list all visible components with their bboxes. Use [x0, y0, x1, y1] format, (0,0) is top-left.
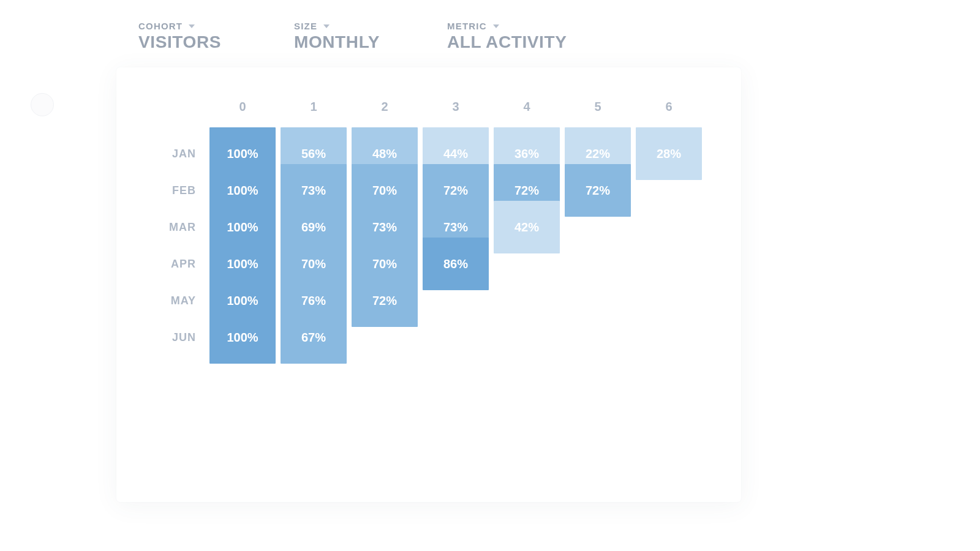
filter-metric-value: ALL ACTIVITY [447, 32, 631, 52]
cohort-heatmap: 0123456JAN100%56%48%44%36%22%28%FEB100%7… [141, 88, 717, 345]
filter-size-value: MONTHLY [294, 32, 447, 52]
chevron-down-icon [493, 24, 499, 28]
heatmap-cell-value: 67% [281, 311, 347, 364]
column-header: 2 [349, 88, 420, 125]
chevron-down-icon [323, 24, 330, 28]
column-header: 0 [207, 88, 278, 125]
empty-cell [562, 309, 633, 366]
column-header: 1 [278, 88, 349, 125]
filter-size-label-row[interactable]: SIZE [294, 21, 447, 31]
empty-cell [633, 309, 704, 366]
column-header: 5 [562, 88, 633, 125]
column-header: 4 [491, 88, 562, 125]
side-indicator-dot [31, 93, 54, 116]
filter-size[interactable]: SIZE MONTHLY [294, 21, 447, 52]
filter-cohort[interactable]: COHORT VISITORS [138, 21, 294, 52]
empty-cell [420, 309, 491, 366]
column-header: 6 [633, 88, 704, 125]
empty-cell [349, 309, 420, 366]
filter-size-label: SIZE [294, 21, 317, 31]
column-header: 3 [420, 88, 491, 125]
heatmap-cell[interactable]: 100% [207, 309, 278, 366]
empty-cell [491, 309, 562, 366]
heatmap-cell[interactable]: 67% [278, 309, 349, 366]
filter-metric-label: METRIC [447, 21, 487, 31]
filter-cohort-label: COHORT [138, 21, 183, 31]
filter-cohort-label-row[interactable]: COHORT [138, 21, 294, 31]
cohort-chart-card: 0123456JAN100%56%48%44%36%22%28%FEB100%7… [116, 67, 741, 502]
filter-metric[interactable]: METRIC ALL ACTIVITY [447, 21, 631, 52]
heatmap-cell-value: 100% [209, 311, 276, 364]
row-label: JUN [141, 309, 207, 366]
chevron-down-icon [189, 24, 195, 28]
header-corner [141, 88, 207, 125]
filter-metric-label-row[interactable]: METRIC [447, 21, 631, 31]
filter-cohort-value: VISITORS [138, 32, 294, 52]
filter-bar: COHORT VISITORS SIZE MONTHLY METRIC ALL … [138, 21, 631, 52]
